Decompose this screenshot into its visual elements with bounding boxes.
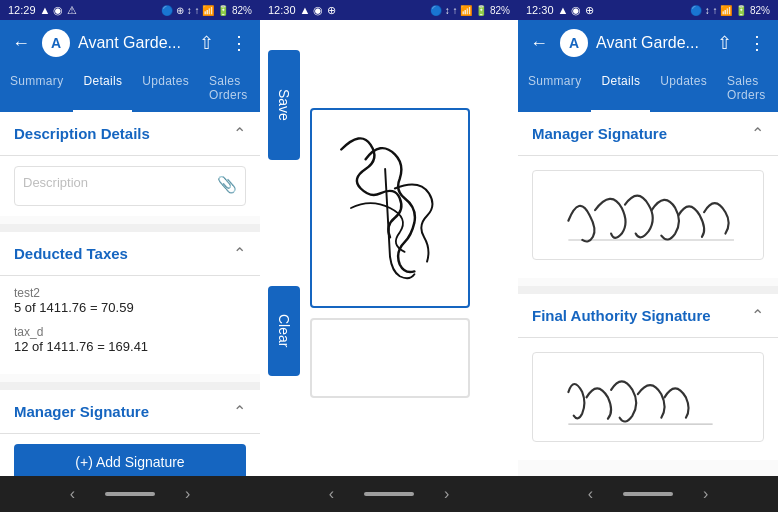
section-description-title: Description Details: [14, 125, 150, 142]
chevron-manager-sig-3[interactable]: [751, 124, 764, 143]
forward-nav-1[interactable]: ›: [155, 485, 220, 503]
content-1: Description Details Description 📎 Deduct…: [0, 112, 260, 476]
section-taxes-header: Deducted Taxes: [0, 232, 260, 276]
status-bar-3: 12:30 ▲ ◉ ⊕ 🔵 ↕ ↑ 📶 🔋 82%: [518, 0, 778, 20]
chevron-taxes[interactable]: [233, 244, 246, 263]
tax1-name: test2: [14, 286, 246, 300]
section-description-header: Description Details: [0, 112, 260, 156]
panel-2: 12:30 ▲ ◉ ⊕ 🔵 ↕ ↑ 📶 🔋 82% Save Clear: [260, 0, 518, 512]
section-manager-sig-3: Manager Signature: [518, 112, 778, 278]
section-manager-sig-header: Manager Signature: [0, 390, 260, 434]
home-bar-1[interactable]: [105, 492, 155, 496]
signature-drawing-area[interactable]: [310, 108, 470, 308]
section-final-sig-body-3: [518, 338, 778, 460]
section-manager-sig-body: (+) Add Signature: [0, 434, 260, 476]
section-final-sig-header-3: Final Authority Signature: [518, 294, 778, 338]
tab-salesorders-1[interactable]: Sales Orders: [199, 66, 260, 112]
tab-details-3[interactable]: Details: [591, 66, 650, 112]
section-manager-sig-title: Manager Signature: [14, 403, 149, 420]
content-3: Manager Signature: [518, 112, 778, 476]
tabs-1: Summary Details Updates Sales Orders: [0, 66, 260, 112]
app-title-3: Avant Garde...: [596, 34, 705, 52]
description-field[interactable]: Description 📎: [14, 166, 246, 206]
status-bar-2: 12:30 ▲ ◉ ⊕ 🔵 ↕ ↑ 📶 🔋 82%: [260, 0, 518, 20]
back-nav-2[interactable]: ‹: [299, 485, 364, 503]
chevron-manager-sig[interactable]: [233, 402, 246, 421]
tabs-3: Summary Details Updates Sales Orders: [518, 66, 778, 112]
divider-1: [0, 224, 260, 232]
tab-details-1[interactable]: Details: [73, 66, 132, 112]
section-manager-sig-title-3: Manager Signature: [532, 125, 667, 142]
tab-updates-1[interactable]: Updates: [132, 66, 199, 112]
section-manager-sig: Manager Signature (+) Add Signature: [0, 390, 260, 476]
section-final-sig-title-3: Final Authority Signature: [532, 307, 711, 324]
home-bar-3[interactable]: [623, 492, 673, 496]
section-taxes-title: Deducted Taxes: [14, 245, 128, 262]
back-nav-3[interactable]: ‹: [558, 485, 623, 503]
status-bar-1: 12:29 ▲ ◉ ⚠ 🔵 ⊕ ↕ ↑ 📶 🔋 82%: [0, 0, 260, 20]
final-sig-svg: [545, 360, 752, 435]
panel-3: 12:30 ▲ ◉ ⊕ 🔵 ↕ ↑ 📶 🔋 82% ← A Avant Gard…: [518, 0, 778, 512]
back-button-1[interactable]: ←: [8, 29, 34, 58]
tab-summary-3[interactable]: Summary: [518, 66, 591, 112]
share-button-1[interactable]: ⇧: [195, 28, 218, 58]
tab-updates-3[interactable]: Updates: [650, 66, 717, 112]
section-taxes: Deducted Taxes test2 5 of 1411.76 = 70.5…: [0, 232, 260, 374]
section-description: Description Details Description 📎: [0, 112, 260, 216]
tax-entry-2: tax_d 12 of 1411.76 = 169.41: [14, 325, 246, 354]
status-time-1: 12:29 ▲ ◉ ⚠: [8, 4, 77, 17]
divider-2: [0, 382, 260, 390]
tax-entry-1: test2 5 of 1411.76 = 70.59: [14, 286, 246, 315]
attachment-icon: 📎: [217, 175, 237, 194]
section-description-body: Description 📎: [0, 156, 260, 216]
manager-signature-display: [532, 170, 764, 260]
app-bar-1: ← A Avant Garde... ⇧ ⋮: [0, 20, 260, 66]
bottom-nav-2: ‹ ›: [260, 476, 518, 512]
divider-3b: [518, 286, 778, 294]
back-nav-1[interactable]: ‹: [40, 485, 105, 503]
app-title-1: Avant Garde...: [78, 34, 187, 52]
section-manager-sig-header-3: Manager Signature: [518, 112, 778, 156]
signature-bottom-area[interactable]: [310, 318, 470, 398]
save-signature-button[interactable]: Save: [268, 50, 300, 160]
more-button-3[interactable]: ⋮: [744, 28, 770, 58]
signature-canvas-area[interactable]: Save Clear: [260, 20, 518, 476]
tax2-name: tax_d: [14, 325, 246, 339]
forward-nav-3[interactable]: ›: [673, 485, 738, 503]
tax1-value: 5 of 1411.76 = 70.59: [14, 300, 246, 315]
tab-summary-1[interactable]: Summary: [0, 66, 73, 112]
panel-1: 12:29 ▲ ◉ ⚠ 🔵 ⊕ ↕ ↑ 📶 🔋 82% ← A Avant Ga…: [0, 0, 260, 512]
home-bar-2[interactable]: [364, 492, 414, 496]
final-authority-signature-display: [532, 352, 764, 442]
tax2-value: 12 of 1411.76 = 169.41: [14, 339, 246, 354]
description-placeholder: Description: [23, 175, 88, 190]
forward-nav-2[interactable]: ›: [414, 485, 479, 503]
clear-signature-button[interactable]: Clear: [268, 286, 300, 376]
chevron-description[interactable]: [233, 124, 246, 143]
signature-strokes: [312, 110, 468, 306]
section-manager-sig-body-3: [518, 156, 778, 278]
tab-salesorders-3[interactable]: Sales Orders: [717, 66, 778, 112]
more-button-1[interactable]: ⋮: [226, 28, 252, 58]
back-button-3[interactable]: ←: [526, 29, 552, 58]
avatar-3: A: [560, 29, 588, 57]
bottom-nav-1: ‹ ›: [0, 476, 260, 512]
section-taxes-body: test2 5 of 1411.76 = 70.59 tax_d 12 of 1…: [0, 276, 260, 374]
bottom-nav-3: ‹ ›: [518, 476, 778, 512]
share-button-3[interactable]: ⇧: [713, 28, 736, 58]
avatar-1: A: [42, 29, 70, 57]
app-bar-3: ← A Avant Garde... ⇧ ⋮: [518, 20, 778, 66]
section-final-sig-3: Final Authority Signature: [518, 294, 778, 460]
add-manager-sig-button[interactable]: (+) Add Signature: [14, 444, 246, 476]
manager-sig-svg: [545, 178, 752, 253]
status-icons-1: 🔵 ⊕ ↕ ↑ 📶 🔋 82%: [161, 5, 252, 16]
chevron-final-sig-3[interactable]: [751, 306, 764, 325]
